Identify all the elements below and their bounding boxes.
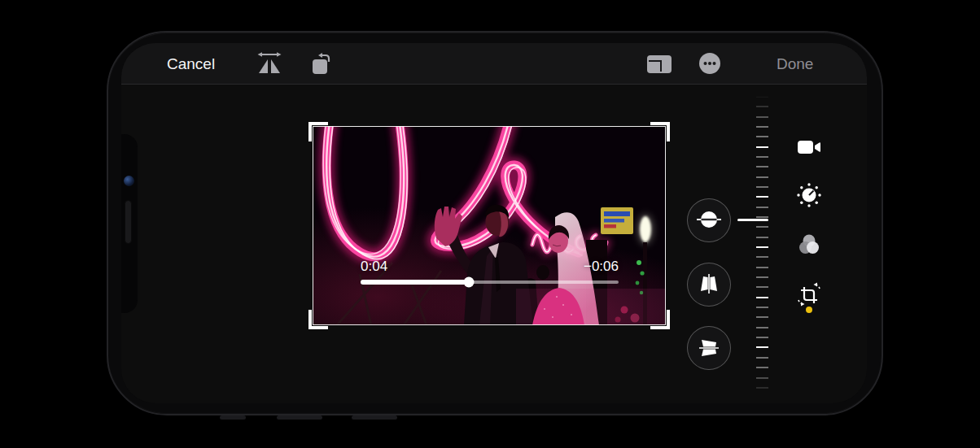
mode-filters-button[interactable]: [794, 231, 824, 260]
front-camera: [124, 176, 134, 186]
phone-screen: Cancel: [121, 43, 867, 403]
rotate-icon: [309, 67, 334, 79]
vertical-perspective-icon: [698, 272, 720, 298]
mute-switch: [220, 415, 246, 420]
remaining-time: −0:06: [584, 259, 619, 275]
adjust-icon: [797, 183, 821, 210]
crop-modified-dot: [806, 307, 812, 313]
more-options-button[interactable]: [698, 52, 721, 77]
aspect-ratio-icon: [646, 65, 672, 77]
straighten-button[interactable]: [687, 198, 731, 242]
stage: Cancel: [0, 0, 980, 448]
top-bar: Cancel: [121, 43, 867, 85]
crop-rotate-icon: [796, 281, 822, 310]
camcorder-icon: [797, 138, 821, 159]
volume-down-button: [352, 415, 397, 420]
straighten-icon: [696, 207, 722, 235]
crop-border: [313, 126, 666, 325]
earpiece-speaker: [125, 200, 132, 244]
horizontal-perspective-icon: [698, 337, 720, 359]
vertical-perspective-button[interactable]: [687, 263, 731, 307]
crop-handle-top-left[interactable]: [308, 122, 328, 141]
flip-horizontal-button[interactable]: [256, 51, 283, 78]
scrubber-track[interactable]: [361, 281, 619, 284]
volume-up-button: [277, 415, 322, 420]
filters-icon: [797, 233, 821, 259]
cancel-button[interactable]: Cancel: [167, 43, 215, 85]
mode-video-button[interactable]: [794, 133, 824, 163]
crop-handle-top-right[interactable]: [650, 122, 670, 141]
mode-adjust-button[interactable]: [794, 181, 824, 211]
angle-dial[interactable]: [756, 96, 768, 397]
flip-horizontal-icon: [256, 66, 283, 78]
scrubber-progress: [361, 280, 469, 285]
crop-handle-bottom-left[interactable]: [308, 310, 328, 329]
dial-indicator: [737, 219, 768, 221]
rotate-button[interactable]: [309, 52, 334, 79]
video-preview[interactable]: 0:04 −0:06: [313, 126, 666, 325]
more-options-icon: [698, 65, 721, 77]
elapsed-time: 0:04: [361, 259, 387, 275]
aspect-ratio-button[interactable]: [646, 54, 672, 77]
video-scrubber: 0:04 −0:06: [361, 259, 619, 284]
horizontal-perspective-button[interactable]: [687, 326, 731, 370]
crop-handle-bottom-right[interactable]: [650, 310, 670, 329]
scrubber-knob[interactable]: [464, 277, 475, 288]
done-button[interactable]: Done: [777, 43, 813, 85]
mode-crop-button[interactable]: [794, 281, 824, 310]
